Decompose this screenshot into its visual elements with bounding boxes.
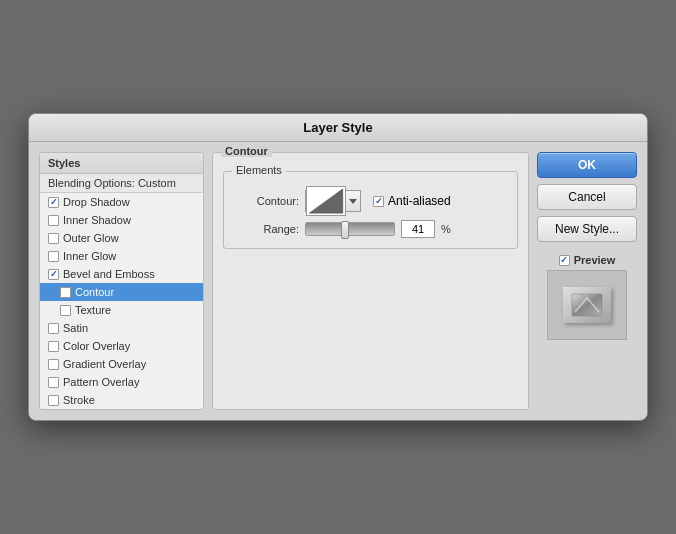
contour-field-label: Contour: <box>234 195 299 207</box>
left-panel: Styles Blending Options: Custom Drop Sha… <box>39 152 204 410</box>
blending-options-label: Blending Options: Custom <box>48 177 176 189</box>
right-panel: OK Cancel New Style... Preview <box>537 152 637 410</box>
satin-checkbox[interactable] <box>48 323 59 334</box>
preview-inner-box <box>563 287 611 323</box>
inner-shadow-item[interactable]: Inner Shadow <box>40 211 203 229</box>
satin-label: Satin <box>63 322 88 334</box>
styles-header: Styles <box>40 153 203 174</box>
blending-options-item[interactable]: Blending Options: Custom <box>40 174 203 193</box>
gradient-overlay-checkbox[interactable] <box>48 359 59 370</box>
gradient-overlay-label: Gradient Overlay <box>63 358 146 370</box>
texture-label: Texture <box>75 304 111 316</box>
drop-shadow-item[interactable]: Drop Shadow <box>40 193 203 211</box>
layer-style-dialog: Layer Style Styles Blending Options: Cus… <box>28 113 648 421</box>
inner-glow-label: Inner Glow <box>63 250 116 262</box>
main-content: Contour Elements Contour: <box>212 152 529 410</box>
elements-group-label: Elements <box>232 164 286 176</box>
preview-shape-svg <box>563 287 611 323</box>
range-slider[interactable] <box>305 222 395 236</box>
inner-glow-checkbox[interactable] <box>48 251 59 262</box>
contour-preview <box>306 186 346 216</box>
gradient-overlay-item[interactable]: Gradient Overlay <box>40 355 203 373</box>
outer-glow-checkbox[interactable] <box>48 233 59 244</box>
ok-button[interactable]: OK <box>537 152 637 178</box>
contour-section-label: Contour <box>221 145 272 157</box>
stroke-label: Stroke <box>63 394 95 406</box>
range-slider-thumb <box>341 221 349 239</box>
contour-checkbox[interactable] <box>60 287 71 298</box>
contour-item[interactable]: Contour <box>40 283 203 301</box>
anti-aliased-label: Anti-aliased <box>388 194 451 208</box>
contour-label: Contour <box>75 286 114 298</box>
contour-panel: Contour Elements Contour: <box>212 152 529 410</box>
bevel-emboss-label: Bevel and Emboss <box>63 268 155 280</box>
inner-shadow-checkbox[interactable] <box>48 215 59 226</box>
color-overlay-item[interactable]: Color Overlay <box>40 337 203 355</box>
drop-shadow-label: Drop Shadow <box>63 196 130 208</box>
outer-glow-label: Outer Glow <box>63 232 119 244</box>
contour-row: Contour: <box>234 190 507 212</box>
percent-label: % <box>441 223 451 235</box>
contour-picker-button[interactable] <box>305 190 361 212</box>
range-row: Range: % <box>234 220 507 238</box>
preview-box <box>547 270 627 340</box>
color-overlay-label: Color Overlay <box>63 340 130 352</box>
new-style-button[interactable]: New Style... <box>537 216 637 242</box>
preview-checkbox[interactable] <box>559 255 570 266</box>
inner-shadow-label: Inner Shadow <box>63 214 131 226</box>
satin-item[interactable]: Satin <box>40 319 203 337</box>
preview-checkbox-row: Preview <box>559 254 616 266</box>
preview-area: Preview <box>537 254 637 340</box>
elements-group: Elements Contour: <box>223 171 518 249</box>
outer-glow-item[interactable]: Outer Glow <box>40 229 203 247</box>
range-input[interactable] <box>401 220 435 238</box>
pattern-overlay-item[interactable]: Pattern Overlay <box>40 373 203 391</box>
dialog-title: Layer Style <box>29 114 647 142</box>
inner-glow-item[interactable]: Inner Glow <box>40 247 203 265</box>
texture-checkbox[interactable] <box>60 305 71 316</box>
anti-aliased-checkbox[interactable] <box>373 196 384 207</box>
drop-shadow-checkbox[interactable] <box>48 197 59 208</box>
color-overlay-checkbox[interactable] <box>48 341 59 352</box>
stroke-checkbox[interactable] <box>48 395 59 406</box>
bevel-emboss-item[interactable]: Bevel and Emboss <box>40 265 203 283</box>
bevel-emboss-checkbox[interactable] <box>48 269 59 280</box>
pattern-overlay-checkbox[interactable] <box>48 377 59 388</box>
pattern-overlay-label: Pattern Overlay <box>63 376 139 388</box>
preview-label: Preview <box>574 254 616 266</box>
stroke-item[interactable]: Stroke <box>40 391 203 409</box>
range-field-label: Range: <box>234 223 299 235</box>
cancel-button[interactable]: Cancel <box>537 184 637 210</box>
anti-alias-row: Anti-aliased <box>373 194 451 208</box>
texture-item[interactable]: Texture <box>40 301 203 319</box>
range-slider-container: % <box>305 220 451 238</box>
